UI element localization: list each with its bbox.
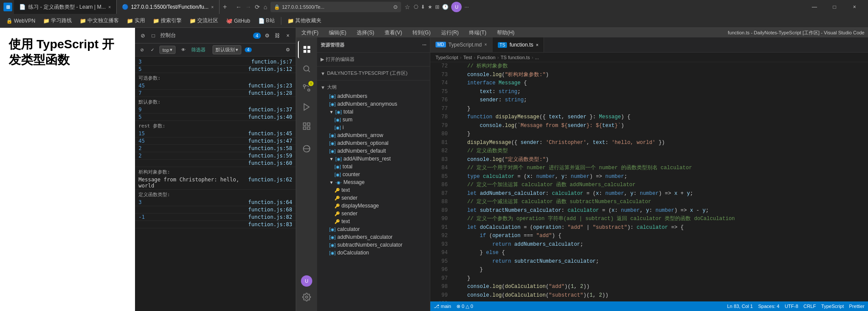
nav-refresh[interactable]: ⟳ xyxy=(255,3,260,10)
console-link[interactable]: function.js:28 xyxy=(248,90,292,96)
browser-favorites[interactable]: ★ xyxy=(428,4,432,10)
tree-item-text[interactable]: 🔑 text xyxy=(317,186,430,194)
status-encoding[interactable]: UTF-8 xyxy=(785,304,798,309)
vscode-menu-select[interactable]: 选择(S) xyxy=(355,29,376,37)
tree-item-message[interactable]: ▼ ·◉· Message xyxy=(317,178,430,186)
new-tab-button[interactable]: + xyxy=(220,3,230,11)
tree-item-rest[interactable]: ▼ [◉] addAllNumbers_rest xyxy=(317,155,430,163)
tree-item-displayMessage[interactable]: 🔑 displayMessage xyxy=(317,202,430,210)
tree-item-sender2[interactable]: 🔑 sender xyxy=(317,210,430,217)
maximize-button[interactable]: □ xyxy=(824,0,844,14)
filter-selector[interactable]: 筛选器 xyxy=(191,47,206,53)
status-language[interactable]: TypeScript xyxy=(821,304,844,309)
nav-back[interactable]: ← xyxy=(236,3,242,10)
activity-account[interactable]: U xyxy=(298,269,315,287)
tab-close-md[interactable]: × xyxy=(484,42,487,47)
activity-remoteexplorer[interactable] xyxy=(298,140,315,157)
tree-item-addNumbers-calc[interactable]: [◉] addNumbers_calculator xyxy=(317,233,430,241)
console-link[interactable]: function.js:7 xyxy=(251,59,292,65)
console-link[interactable]: function.js:60 xyxy=(248,160,292,166)
tab-typescript-md[interactable]: MD TypeScript.md × xyxy=(430,37,493,52)
console-copy-icon[interactable]: □ xyxy=(149,31,158,40)
activity-git[interactable]: ! xyxy=(298,79,315,97)
console-link[interactable]: function.js:59 xyxy=(248,153,292,159)
address-input[interactable] xyxy=(282,4,392,10)
bm-more[interactable]: 📁 其他收藏夹 xyxy=(285,16,324,25)
minimize-button[interactable]: — xyxy=(804,0,824,14)
level-filter-dropdown[interactable]: 默认级别 ▾ xyxy=(213,45,241,54)
tree-item-default[interactable]: [◉] addNumbers_default xyxy=(317,147,430,155)
status-errors[interactable]: ⊗ 0 △ 0 xyxy=(456,304,473,309)
vscode-menu-view[interactable]: 查看(V) xyxy=(383,29,404,37)
breadcrumb-function[interactable]: Function xyxy=(477,55,496,60)
activity-extensions[interactable] xyxy=(298,117,315,135)
console-link[interactable]: function.js:47 xyxy=(248,138,292,144)
vscode-menu-file[interactable]: 文件(F) xyxy=(300,29,320,37)
vscode-menu-terminal[interactable]: 终端(T) xyxy=(467,29,488,37)
status-branch[interactable]: ⎇ main xyxy=(434,304,451,309)
tab-function-ts[interactable]: TS function.ts × xyxy=(493,37,544,52)
filter-eye-icon[interactable]: 👁 xyxy=(179,46,188,54)
browser-extensions[interactable]: ⎔ xyxy=(414,4,418,10)
bm-zhongwen[interactable]: 📁 中文独立播客 xyxy=(77,16,122,25)
activity-search[interactable] xyxy=(298,60,315,77)
status-position[interactable]: Ln 83, Col 1 xyxy=(727,304,753,309)
sidebar-more-icon[interactable]: ··· xyxy=(422,42,426,47)
bookmark-star[interactable]: ☆ xyxy=(405,3,410,10)
tree-item-calculator[interactable]: [◉] calculator xyxy=(317,225,430,233)
browser-history[interactable]: 🕐 xyxy=(442,4,449,10)
user-avatar-browser[interactable]: U xyxy=(451,2,462,12)
tree-item-addNumbers-anonymous[interactable]: [◉] addNumbers_anonymous xyxy=(317,100,430,108)
bm-shiyong[interactable]: 📁 实用 xyxy=(124,16,148,25)
console-link[interactable]: function.js:68 xyxy=(248,207,292,213)
tree-item-subtractNumbers-calc[interactable]: [◉] subtractNumbers_calculator xyxy=(317,241,430,249)
activity-debug[interactable] xyxy=(298,98,315,116)
breadcrumb-file[interactable]: TS function.ts xyxy=(500,55,530,60)
tab-close-localhost[interactable]: × xyxy=(211,5,214,10)
bm-webvpn[interactable]: 🔒 WebVPN xyxy=(3,17,38,25)
bm-jiaoliu[interactable]: 📁 交流社区 xyxy=(187,16,221,25)
tree-item-sum[interactable]: [◉] sum xyxy=(317,116,430,124)
console-link[interactable]: function.js:64 xyxy=(248,199,292,205)
tree-item-addNumbers[interactable]: [◉] addNumbers xyxy=(317,92,430,100)
console-link[interactable]: function.js:83 xyxy=(248,221,292,227)
console-close-icon[interactable]: × xyxy=(284,31,292,40)
tab-close-ts[interactable]: × xyxy=(536,43,539,47)
vscode-menu-run[interactable]: 运行(R) xyxy=(439,29,461,37)
status-spaces[interactable]: Spaces: 4 xyxy=(758,304,780,309)
bm-xuexiluxian[interactable]: 📁 学习路线 xyxy=(41,16,74,25)
tree-item-counter[interactable]: [◉] counter xyxy=(317,171,430,178)
tree-item-optional[interactable]: [◉] addNumbers_optional xyxy=(317,139,430,147)
address-bar[interactable]: 🔒 ⊙ xyxy=(270,2,401,12)
tree-item-sender[interactable]: 🔑 sender xyxy=(317,194,430,202)
browser-collections[interactable]: ⊞ xyxy=(435,4,439,10)
console-link[interactable]: function.js:12 xyxy=(248,66,292,72)
sidebar-section-open-editors-title[interactable]: ▶ 打开的编辑器 xyxy=(317,54,430,64)
console-link[interactable]: function.js:82 xyxy=(248,214,292,220)
sidebar-workspace-title[interactable]: ▼ DAILYNOTES-TYPESCRIPT (工作区) xyxy=(317,68,430,78)
browser-downloads[interactable]: ⬇ xyxy=(421,4,425,10)
console-block-icon[interactable]: ⊘ xyxy=(138,31,147,40)
tab-close-learn[interactable]: × xyxy=(108,5,111,10)
tree-item-total[interactable]: ▼ [◉] total xyxy=(317,108,430,116)
vscode-menu-edit[interactable]: 编辑(E) xyxy=(327,29,348,37)
status-eol[interactable]: CRLF xyxy=(804,304,816,309)
bm-bilibili[interactable]: 📄 B站 xyxy=(256,16,277,25)
code-area[interactable]: // 析构对象参数 console.log("析构对象参数:") interfa… xyxy=(451,62,868,301)
status-formatter[interactable]: Prettier xyxy=(849,304,865,309)
activity-explorer[interactable] xyxy=(298,41,315,58)
vscode-menu-help[interactable]: 帮助(H) xyxy=(495,29,517,37)
console-link[interactable]: function.js:62 xyxy=(248,177,292,183)
vscode-menu-goto[interactable]: 转到(G) xyxy=(411,29,432,37)
console-settings-icon[interactable]: ⚙ xyxy=(263,31,271,40)
sidebar-outline-title[interactable]: ▼ 大纲 xyxy=(317,82,430,92)
browser-tab-learn[interactable]: 📄 练习 - 定义函数类型 - Learn | M... × xyxy=(14,0,117,14)
activity-settings[interactable] xyxy=(298,288,315,306)
browser-more[interactable]: ··· xyxy=(464,4,469,10)
browser-tab-localhost[interactable]: 🔵 127.0.0.1:5500/Test/Function/fu... × xyxy=(117,0,220,14)
top-filter-dropdown[interactable]: top ▾ xyxy=(159,46,176,54)
user-avatar[interactable]: U xyxy=(301,275,312,287)
tree-item-i[interactable]: [◉] i xyxy=(317,124,430,131)
filter-gear-icon[interactable]: ⚙ xyxy=(284,46,292,54)
console-link[interactable]: function.js:40 xyxy=(248,114,292,120)
